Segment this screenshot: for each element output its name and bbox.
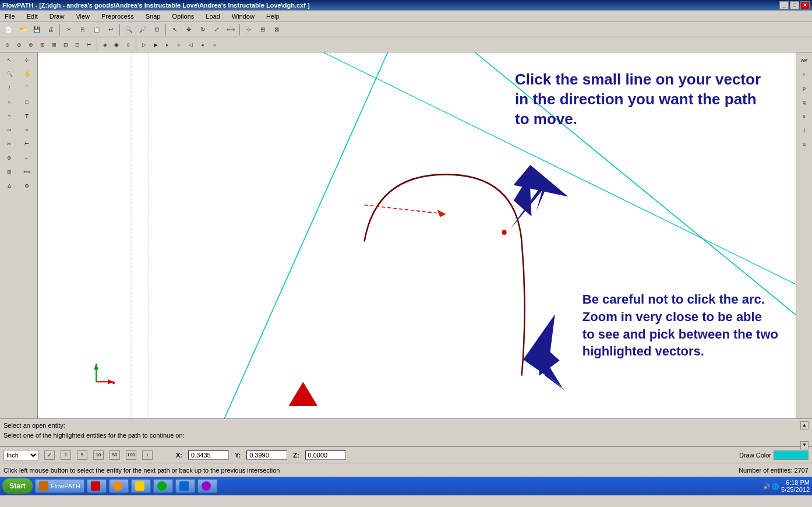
tb2-tool1[interactable]: ▷ (139, 38, 149, 51)
copy-button[interactable]: ⎘ (76, 23, 89, 36)
tool-offset[interactable]: ⊛ (1, 152, 17, 164)
taskbar-app6[interactable] (175, 479, 195, 493)
maximize-button[interactable]: □ (790, 1, 799, 9)
snap-perpend[interactable]: ⊢ (84, 38, 94, 51)
snap-5[interactable]: 5 (77, 450, 87, 460)
snap-grid[interactable]: ⊞ (37, 38, 48, 51)
rs-r[interactable]: r (796, 68, 813, 80)
snap-center[interactable]: ⊗ (26, 38, 36, 51)
snap-endpoint[interactable]: ⊙ (2, 38, 13, 51)
close-button[interactable]: ✕ (800, 1, 810, 9)
app5-icon (157, 481, 167, 491)
rs-p[interactable]: p (796, 82, 813, 94)
taskbar-flowpath[interactable]: FlowPATH (35, 479, 84, 493)
snap-midpoint[interactable]: ⊕ (14, 38, 24, 51)
snap-arrow[interactable]: ↕ (142, 450, 153, 460)
snap-intersect[interactable]: ⊠ (49, 38, 59, 51)
tool-pan[interactable]: ✋ (19, 68, 35, 80)
cut-button[interactable]: ✂ (62, 23, 75, 36)
rs-q[interactable]: q (796, 96, 813, 108)
tb2-tool2[interactable]: ▶ (150, 38, 161, 51)
tb2-tool6[interactable]: ◂ (197, 38, 207, 51)
snap-check[interactable]: ✓ (44, 450, 55, 460)
tool-zoom[interactable]: 🔍 (1, 68, 17, 80)
canvas-area[interactable]: Click the small line on your vector in t… (38, 52, 796, 418)
menu-file[interactable]: File (2, 12, 17, 21)
tool-text[interactable]: T (19, 110, 35, 122)
tb-tool1[interactable]: ⊹ (242, 23, 255, 36)
tool-select[interactable]: ↖ (1, 54, 17, 66)
select-button[interactable]: ↖ (168, 23, 181, 36)
scroll-up[interactable]: ▲ (800, 421, 809, 429)
snap-nearest[interactable]: ⊟ (61, 38, 71, 51)
taskbar-app4[interactable] (131, 479, 151, 493)
tool-arc[interactable]: ⌒ (19, 82, 35, 94)
tb-tool2[interactable]: ⊞ (256, 23, 269, 36)
tool-spline[interactable]: ~ (1, 110, 17, 122)
menu-snap[interactable]: Snap (143, 12, 163, 21)
rs-u[interactable]: u (796, 138, 813, 150)
tb2-tool7[interactable]: ◃ (209, 38, 219, 51)
annotation-top: Click the small line on your vector in t… (515, 70, 761, 129)
tool-rect[interactable]: □ (19, 96, 35, 108)
tool-mirror[interactable]: ⟺ (19, 166, 35, 178)
draw-color-box[interactable] (774, 450, 809, 460)
tool-line[interactable]: / (1, 82, 17, 94)
menu-options[interactable]: Options (170, 12, 196, 21)
snap-insert[interactable]: ◉ (111, 38, 122, 51)
rs-ap[interactable]: AP (796, 54, 813, 66)
taskbar-app3[interactable] (109, 479, 129, 493)
tool-fillet[interactable]: ⌐ (19, 152, 35, 164)
tool-extend[interactable]: ⊢ (19, 138, 35, 150)
rotate-button[interactable]: ↻ (196, 23, 209, 36)
tb2-tool3[interactable]: ▸ (162, 38, 172, 51)
snap-1[interactable]: 1 (61, 450, 71, 460)
snap-tangent[interactable]: ⊡ (72, 38, 83, 51)
taskbar-app5[interactable] (153, 479, 173, 493)
taskbar-app7[interactable] (197, 479, 217, 493)
tool-node[interactable]: ⊹ (19, 54, 35, 66)
minimize-button[interactable]: _ (779, 1, 789, 9)
menu-help[interactable]: Help (264, 12, 282, 21)
menu-view[interactable]: View (73, 12, 92, 21)
save-button[interactable]: 💾 (30, 23, 43, 36)
unit-select[interactable]: Inch mm cm (3, 450, 38, 460)
tb-tool3[interactable]: ⊠ (270, 23, 283, 36)
menu-preprocess[interactable]: Preprocess (99, 12, 136, 21)
mirror-button[interactable]: ⟺ (224, 23, 237, 36)
paste-button[interactable]: 📋 (90, 23, 103, 36)
rs-s[interactable]: s (796, 110, 813, 122)
menu-edit[interactable]: Edit (24, 12, 40, 21)
menu-window[interactable]: Window (230, 12, 257, 21)
tool-t[interactable]: Δ (1, 179, 17, 192)
titlebar: FlowPATH - [Z:\dgh - andrea's goods\Andr… (0, 0, 812, 10)
tool-hatch[interactable]: ≡ (19, 124, 35, 136)
snap-100[interactable]: 100 (126, 450, 136, 460)
tb2-tool4[interactable]: ▹ (174, 38, 184, 51)
tool-array[interactable]: ⊞ (1, 166, 17, 178)
taskbar-app2[interactable] (87, 479, 107, 493)
undo-button[interactable]: ↩ (104, 23, 117, 36)
tool-circle[interactable]: ○ (1, 96, 17, 108)
print-button[interactable]: 🖨 (44, 23, 57, 36)
rs-t[interactable]: t (796, 124, 813, 136)
menu-draw[interactable]: Draw (47, 12, 67, 21)
move-button[interactable]: ✥ (182, 23, 195, 36)
snap-node[interactable]: ◊ (123, 38, 133, 51)
zoom-fit-button[interactable]: ⊡ (150, 23, 163, 36)
scroll-down[interactable]: ▼ (800, 441, 809, 449)
snap-quad[interactable]: ◈ (100, 38, 110, 51)
start-button[interactable]: Start (2, 478, 33, 494)
new-button[interactable]: 📄 (2, 23, 15, 36)
menu-load[interactable]: Load (203, 12, 222, 21)
snap-50[interactable]: 50 (110, 450, 120, 460)
snap-10[interactable]: 10 (93, 450, 104, 460)
scale-button[interactable]: ⤢ (210, 23, 223, 36)
tool-attr[interactable]: ⚙ (19, 179, 35, 192)
open-button[interactable]: 📂 (16, 23, 29, 36)
zoom-in-button[interactable]: 🔍 (122, 23, 135, 36)
tb2-tool5[interactable]: ◁ (185, 38, 196, 51)
zoom-out-button[interactable]: 🔎 (136, 23, 149, 36)
tool-trim[interactable]: ✂ (1, 138, 17, 150)
tool-dim[interactable]: ⊸ (1, 124, 17, 136)
